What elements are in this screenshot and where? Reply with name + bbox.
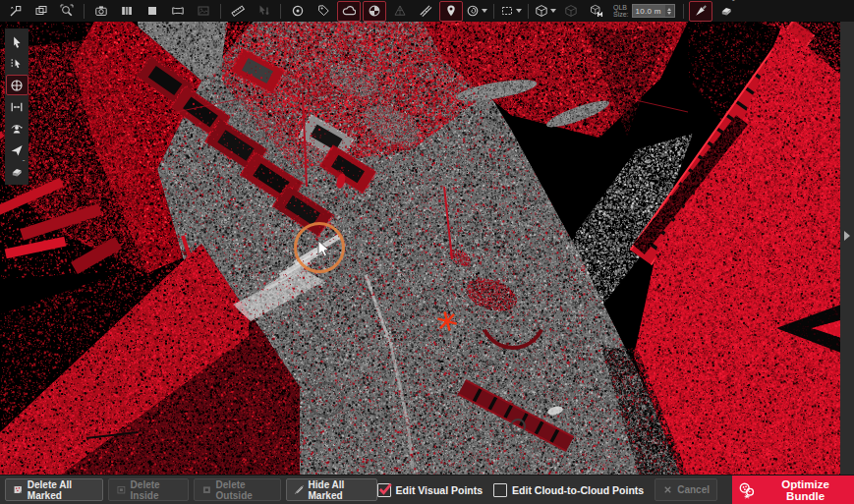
- edit-visual-points-label: Edit Visual Points: [396, 484, 484, 496]
- filter-menu-button[interactable]: [465, 1, 488, 22]
- clip-box-menu-button[interactable]: [534, 1, 557, 22]
- cancel-label: Cancel: [677, 484, 710, 495]
- select-tool-button[interactable]: [6, 31, 28, 52]
- range-distance-icon: [10, 100, 24, 114]
- bottom-action-bar: Delete All Marked Delete Inside Delete O…: [0, 475, 854, 504]
- scan-sphere-toggle-button[interactable]: [363, 1, 386, 22]
- qlb-label-line1: QLB: [613, 4, 629, 12]
- qlb-size-control: QLBSize:10.0 m: [613, 4, 675, 19]
- clip-box-alt-button: [559, 1, 583, 22]
- delete-outside-icon: [201, 483, 212, 496]
- eraser-3d-icon: [719, 4, 733, 18]
- point-cloud-toggle-button[interactable]: [337, 1, 361, 22]
- delete-outside-button: Delete Outside: [194, 478, 281, 501]
- eraser-tool-button[interactable]: ˇ: [714, 1, 738, 22]
- box-3d-m-icon: [590, 4, 603, 18]
- dropdown-caret-icon: [550, 9, 556, 13]
- edit-cloud-to-cloud-points-checkbox[interactable]: Edit Cloud-to-Cloud Points: [493, 483, 644, 497]
- clip-box-m-button[interactable]: [585, 1, 608, 22]
- pan-move-icon: [10, 79, 24, 92]
- edit-visual-points-checkbox[interactable]: Edit Visual Points: [377, 483, 484, 497]
- qlb-size-input[interactable]: 10.0 m: [632, 4, 675, 18]
- right-panel-strip: [840, 22, 854, 475]
- cancel-button: Cancel: [655, 478, 717, 501]
- edge-measure-button[interactable]: [414, 1, 437, 22]
- box-3d-icon: [535, 4, 548, 18]
- spinner-icon[interactable]: [665, 5, 674, 17]
- optimize-bundle-icon: [738, 480, 757, 500]
- application-window: QLBSize:10.0 mˇ ˇ Delete All Marked Dele…: [0, 0, 854, 504]
- hide-all-marked-button[interactable]: Hide All Marked: [286, 478, 377, 501]
- orbit-person-icon: [10, 122, 24, 136]
- toolbar-separator: [493, 4, 494, 19]
- image-view-button: [192, 1, 215, 22]
- optimize-bundle-button[interactable]: Optimize Bundle: [732, 476, 854, 504]
- left-tool-panel: ˇ: [5, 28, 28, 185]
- delete-inside-label: Delete Inside: [131, 479, 181, 501]
- camera-view-button[interactable]: [89, 1, 113, 22]
- selection-mode-menu-button[interactable]: [499, 1, 523, 22]
- hide-all-marked-label: Hide All Marked: [309, 479, 370, 501]
- scan-positions-toggle-button[interactable]: [439, 1, 463, 22]
- target-display-button[interactable]: [286, 1, 310, 22]
- checkbox-checked-icon: [377, 483, 391, 497]
- disc-icon: [291, 4, 305, 18]
- edit-options-group: Edit Visual Points Edit Cloud-to-Cloud P…: [377, 476, 854, 504]
- cloud-icon: [342, 4, 356, 18]
- qlb-label-line2: Size:: [613, 11, 629, 19]
- point-cloud-canvas[interactable]: [0, 22, 840, 475]
- transform-wand-button[interactable]: [4, 1, 28, 22]
- expand-right-panel-arrow-icon[interactable]: [844, 231, 850, 241]
- delete-marked-icon: [13, 483, 24, 496]
- close-x-icon: [662, 484, 673, 495]
- dropdown-caret-icon: ˇ: [732, 0, 735, 6]
- single-view-button[interactable]: [141, 1, 164, 22]
- patch-brush-tool-button[interactable]: [689, 1, 712, 22]
- viewport-3d: ˇ: [0, 22, 854, 475]
- zoom-region-icon: [60, 4, 74, 18]
- measure-tool-button[interactable]: [226, 1, 250, 22]
- cascade-windows-icon: [34, 4, 48, 18]
- pan-tool-button[interactable]: [6, 75, 28, 95]
- toolbar-separator: [683, 4, 684, 19]
- eraser-3d-icon: [10, 165, 24, 179]
- location-pin-icon: [444, 4, 458, 18]
- marquee-arrow-icon: [10, 57, 24, 71]
- mesh-toggle-button: [388, 1, 412, 22]
- toolbar-separator: [528, 4, 529, 19]
- edit-cloud-to-cloud-points-label: Edit Cloud-to-Cloud Points: [512, 484, 644, 496]
- toolbar-separator: [220, 4, 221, 19]
- wireframe-icon: [393, 4, 407, 18]
- top-toolbar: QLBSize:10.0 mˇ: [0, 0, 854, 22]
- hide-marked-icon: [294, 483, 305, 496]
- square-view-icon: [145, 4, 159, 18]
- multi-select-tool-button[interactable]: [6, 53, 28, 74]
- delete-outside-label: Delete Outside: [216, 479, 273, 501]
- zoom-region-button[interactable]: [55, 1, 79, 22]
- measure-edge-icon: [419, 4, 432, 18]
- rect-select-icon: [500, 4, 514, 18]
- toolbar-separator: [84, 4, 85, 19]
- arrange-views-button[interactable]: [29, 1, 53, 22]
- dropdown-caret-icon: ˇ: [23, 159, 26, 166]
- qlb-size-value: 10.0 m: [633, 7, 665, 16]
- active-tool-marker-icon: [0, 132, 5, 140]
- distance-tool-button[interactable]: [6, 96, 28, 117]
- transform-wand-icon: [9, 4, 23, 18]
- sphere-pie-icon: [368, 4, 381, 18]
- tag-display-button[interactable]: [312, 1, 335, 22]
- dropdown-caret-icon: [482, 9, 487, 13]
- box-3d-icon: [564, 4, 578, 18]
- panorama-view-icon: [171, 4, 185, 18]
- dropdown-caret-icon: [516, 9, 522, 13]
- fly-tool-button[interactable]: [6, 140, 28, 160]
- toolbar-separator: [280, 4, 281, 19]
- optimize-bundle-label: Optimize Bundle: [763, 478, 848, 502]
- delete-inside-button: Delete Inside: [108, 478, 189, 501]
- delete-all-marked-button[interactable]: Delete All Marked: [5, 478, 103, 501]
- checkbox-unchecked-icon: [493, 483, 507, 497]
- panorama-view-button[interactable]: [166, 1, 190, 22]
- split-view-button[interactable]: [115, 1, 139, 22]
- orbit-tool-button[interactable]: [6, 118, 28, 139]
- clear-tool-button[interactable]: ˇ: [6, 161, 28, 182]
